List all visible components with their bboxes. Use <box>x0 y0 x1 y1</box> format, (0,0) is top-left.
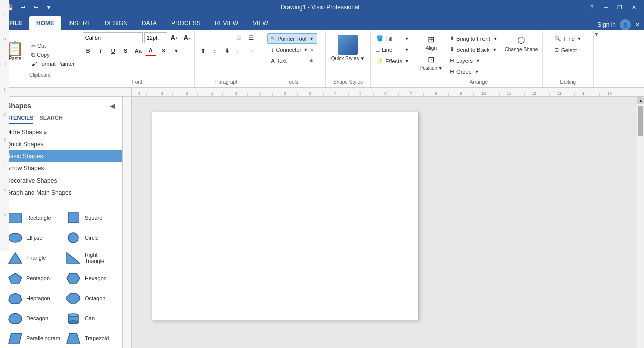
graph-math-shapes-category[interactable]: Graph and Math Shapes <box>0 187 122 199</box>
decorative-shapes-category[interactable]: Decorative Shapes <box>0 175 122 187</box>
shape-item-rectangle[interactable]: Rectangle <box>6 209 62 227</box>
shape-item-trapezoid[interactable]: Trapezoid <box>64 329 116 347</box>
search-tab[interactable]: SEARCH <box>39 113 62 124</box>
shape-item-triangle[interactable]: Triangle <box>6 249 62 267</box>
expand-ribbon-btn[interactable]: ▲ <box>593 31 601 87</box>
sign-in-area[interactable]: Sign in 👤 ✕ <box>597 19 644 30</box>
quick-shapes-category[interactable]: Quick Shapes <box>0 138 122 150</box>
fill-dropdown[interactable]: ▼ <box>405 36 409 41</box>
effects-dropdown[interactable]: ▼ <box>405 59 409 64</box>
change-shape-btn[interactable]: ⬡ Change Shape <box>502 33 541 54</box>
underline-button[interactable]: U <box>108 45 119 56</box>
tab-process[interactable]: PROCESS <box>164 16 208 30</box>
basic-shapes-category[interactable]: Basic Shapes <box>0 150 122 162</box>
bold-button[interactable]: B <box>83 45 94 56</box>
canvas-area[interactable]: ▲ ▼ <box>132 97 644 348</box>
send-to-back-btn[interactable]: ⬇ Send to Back ▼ <box>446 44 501 55</box>
svg-point-43 <box>68 233 78 243</box>
line-btn[interactable]: ⎽ Line ▼ <box>373 45 412 55</box>
align-btn[interactable]: ⊞ Align <box>417 33 445 52</box>
font-color-btn[interactable]: A <box>145 45 156 56</box>
svg-text:11: 11 <box>507 91 511 96</box>
shape-item-hexagon[interactable]: Hexagon <box>64 269 116 287</box>
select-btn[interactable]: ⊡ Select = <box>551 45 585 55</box>
arrow-shapes-category[interactable]: Arrow Shapes <box>0 162 122 175</box>
editing-group-label: Editing <box>545 78 591 86</box>
vscroll-thumb[interactable] <box>638 106 643 136</box>
qa-customize-btn[interactable]: ▼ <box>43 2 54 13</box>
clear-formatting-btn[interactable]: ✕ <box>158 45 169 56</box>
shape-item-circle[interactable]: Circle <box>64 229 116 247</box>
tab-review[interactable]: REVIEW <box>208 16 246 30</box>
drawing-canvas[interactable] <box>152 112 419 320</box>
font-name-input[interactable] <box>83 32 143 43</box>
vscroll-up-btn[interactable]: ▲ <box>637 97 644 104</box>
cut-button[interactable]: ✂ Cut <box>29 42 77 50</box>
text-tool-btn[interactable]: A Text ⊕ <box>267 56 317 66</box>
tab-home[interactable]: HOME <box>29 16 61 30</box>
tab-design[interactable]: DESIGN <box>98 16 135 30</box>
shape-item-ellipse[interactable]: Ellipse <box>6 229 62 247</box>
expand-font-btn[interactable]: ▾ <box>171 45 182 56</box>
format-painter-button[interactable]: 🖌 Format Painter <box>29 60 77 68</box>
connector-dropdown[interactable]: ▼ <box>303 47 308 52</box>
quick-styles-btn[interactable]: Quick Styles▼ <box>329 33 367 63</box>
font-case-btn[interactable]: Aa <box>133 45 144 56</box>
font-shrink-btn[interactable]: A- <box>181 32 192 43</box>
effects-btn[interactable]: ✨ Effects ▼ <box>373 56 412 66</box>
close-ribbon-btn[interactable]: ✕ <box>635 21 640 28</box>
shape-item-can[interactable]: Can <box>64 309 116 327</box>
shape-item-octagon[interactable]: Octagon <box>64 289 116 307</box>
tab-data[interactable]: DATA <box>135 16 164 30</box>
copy-button[interactable]: ⧉ Copy <box>29 51 77 59</box>
help-btn[interactable]: ? <box>586 1 598 13</box>
group-label: Group <box>456 69 472 75</box>
qa-redo-btn[interactable]: ↪ <box>30 2 41 13</box>
font-size-input[interactable] <box>144 32 167 43</box>
shape-item-pentagon[interactable]: Pentagon <box>6 269 62 287</box>
close-btn[interactable]: ✕ <box>628 1 640 13</box>
strikethrough-button[interactable]: S <box>120 45 131 56</box>
canvas-vscroll[interactable]: ▲ ▼ <box>637 97 644 348</box>
pointer-tool-btn[interactable]: ↖ Pointer Tool ▼ <box>267 33 317 44</box>
group-btn[interactable]: ⊞ Group ▼ <box>446 66 501 77</box>
font-grow-btn[interactable]: A+ <box>169 32 180 43</box>
connector-close[interactable]: ✕ <box>310 47 314 53</box>
valign-mid-btn[interactable]: ↕ <box>209 45 220 56</box>
find-btn[interactable]: 🔍 Find ▼ <box>551 33 585 44</box>
pointer-tool-dropdown[interactable]: ▼ <box>309 36 314 41</box>
italic-button[interactable]: I <box>95 45 106 56</box>
align-right-btn[interactable]: ≡ <box>221 32 232 43</box>
valign-top-btn[interactable]: ⬆ <box>197 45 208 56</box>
valign-bot-btn[interactable]: ⬇ <box>221 45 232 56</box>
minimize-btn[interactable]: ─ <box>600 1 612 13</box>
stencils-tab[interactable]: STENCILS <box>6 113 33 124</box>
decrease-indent-btn[interactable]: ← <box>233 45 245 56</box>
shape-item-square[interactable]: Square <box>64 209 116 227</box>
position-btn[interactable]: ⊡ Position▼ <box>417 53 445 72</box>
layers-btn[interactable]: ⊟ Layers ▼ <box>446 55 501 66</box>
connector-tool-btn[interactable]: ⤵ Connector ▼ ✕ <box>267 45 317 55</box>
line-dropdown[interactable]: ▼ <box>405 47 409 52</box>
align-left-btn[interactable]: ≡ <box>197 32 208 43</box>
shape-item-parallelogram[interactable]: Parallelogram <box>6 329 62 347</box>
right-triangle-icon <box>66 251 80 265</box>
sidebar-collapse-btn[interactable]: ◀ <box>109 101 116 111</box>
text-tool-connect[interactable]: ⊕ <box>310 58 314 63</box>
align-center-btn[interactable]: ≡ <box>209 32 220 43</box>
bring-to-front-btn[interactable]: ⬆ Bring to Front ▼ <box>446 33 501 44</box>
font-group-label: Font <box>83 78 192 86</box>
increase-indent-btn[interactable]: → <box>246 45 257 56</box>
more-shapes-category[interactable]: More Shapes ▶ <box>0 126 122 138</box>
shape-item-right-triangle[interactable]: Right Triangle <box>64 249 116 267</box>
fill-btn[interactable]: 🪣 Fill ▼ <box>373 33 412 44</box>
list-btn[interactable]: ☰ <box>246 32 257 43</box>
svg-text:1: 1 <box>259 91 261 96</box>
restore-btn[interactable]: ❐ <box>614 1 626 13</box>
tab-view[interactable]: VIEW <box>246 16 275 30</box>
shape-item-decagon[interactable]: Decagon <box>6 309 62 327</box>
justify-btn[interactable]: ☰ <box>233 32 245 43</box>
tab-insert[interactable]: INSERT <box>61 16 98 30</box>
qa-undo-btn[interactable]: ↩ <box>17 2 28 13</box>
shape-item-heptagon[interactable]: Heptagon <box>6 289 62 307</box>
